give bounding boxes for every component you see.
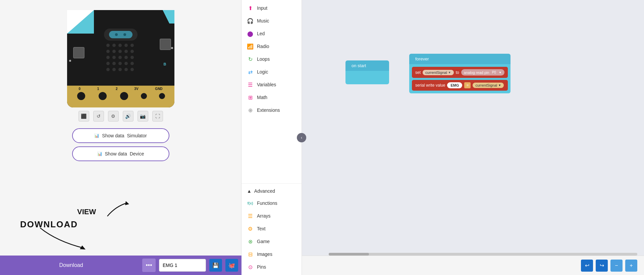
microbit-button-b[interactable]: B	[160, 39, 171, 50]
fullscreen-button[interactable]: ⛶	[152, 111, 163, 122]
emg-name-pill[interactable]: EMG	[447, 82, 462, 88]
advanced-header[interactable]: ▲ Advanced	[241, 185, 302, 197]
block-on-start[interactable]: on start	[345, 60, 389, 84]
github-button[interactable]: 🐙	[225, 259, 238, 272]
reload-button[interactable]: ↺	[93, 111, 104, 122]
pin-hole-3v	[141, 93, 147, 99]
project-name-input[interactable]	[159, 259, 206, 272]
show-data-simulator-button[interactable]: 📊 Show data Simulator	[72, 128, 169, 143]
microbit-button-a[interactable]: A	[73, 47, 85, 58]
pin-label-1: 1	[97, 87, 99, 91]
menu-label-images: Images	[257, 251, 272, 257]
to-label: to	[456, 70, 459, 75]
camera-button[interactable]: 📷	[138, 111, 148, 122]
pin-labels: 0 1 2 3V GND	[67, 86, 174, 91]
menu-label-math: Math	[257, 95, 267, 100]
microbit-device: A B 0 1 2 3V GND	[67, 10, 174, 107]
microbit-notches	[158, 10, 174, 24]
menu-label-led: Led	[257, 31, 265, 36]
menu-label-loops: Loops	[257, 56, 270, 62]
current-signal-value[interactable]: currentSignal ▼	[473, 83, 504, 88]
analog-read-pill[interactable]: analog read pin P0 ▼	[461, 69, 504, 76]
music-icon: 🎧	[247, 17, 254, 24]
undo-button[interactable]: ↩	[581, 260, 593, 272]
menu-item-led[interactable]: ⬤ Led	[241, 27, 302, 40]
menu-item-variables[interactable]: ☰ Variables	[241, 78, 302, 91]
functions-icon: f(x)	[247, 200, 254, 207]
toolbox-menu-list: ⬆ Input 🎧 Music ⬤ Led 📶 Radio ↻ Loops ⇄	[241, 0, 302, 183]
microbit-right-led	[171, 47, 173, 49]
microbit-triangle	[67, 10, 94, 34]
current-signal-name: currentSignal	[475, 83, 497, 87]
display-dot-2	[123, 33, 126, 36]
zoom-in-button[interactable]: +	[625, 260, 637, 272]
volume-button[interactable]: 🔊	[123, 111, 133, 122]
math-icon: ⊞	[247, 94, 254, 101]
block-set-variable[interactable]: set currentSignal ▼ to analog read pin P…	[412, 67, 508, 78]
menu-item-game[interactable]: ⊗ Game	[241, 235, 302, 248]
show-data-device-mode: Device	[130, 151, 144, 156]
redo-button[interactable]: ↪	[596, 260, 608, 272]
menu-label-music: Music	[257, 18, 269, 24]
show-data-simulator-mode: Simulator	[127, 133, 147, 138]
save-button[interactable]: 💾	[209, 259, 222, 272]
collapse-toolbox-button[interactable]: ‹	[297, 133, 306, 142]
editor-scrollbar[interactable]	[329, 253, 637, 256]
arrays-icon: ☰	[247, 213, 254, 219]
menu-item-extensions[interactable]: ⊕ Extensions	[241, 104, 302, 117]
menu-item-input[interactable]: ⬆ Input	[241, 2, 302, 14]
block-editor-panel: on start forever set currentSignal ▼ to	[302, 0, 644, 275]
pin-hole-0	[76, 91, 86, 101]
serial-prefix: serial write value	[415, 83, 445, 88]
menu-item-music[interactable]: 🎧 Music	[241, 14, 302, 27]
toolbox-panel: ‹ ⬆ Input 🎧 Music ⬤ Led 📶 Radio ↻ Loops	[241, 0, 302, 275]
menu-item-images[interactable]: ⊟ Images	[241, 248, 302, 261]
menu-item-loops[interactable]: ↻ Loops	[241, 53, 302, 65]
text-icon: ⚙	[247, 225, 254, 232]
menu-item-radio[interactable]: 📶 Radio	[241, 40, 302, 53]
block-forever[interactable]: forever set currentSignal ▼ to analog re…	[409, 54, 511, 93]
menu-label-arrays: Arrays	[257, 213, 270, 219]
show-data-device-button[interactable]: 📊 Show data Device	[72, 146, 169, 161]
pin-hole-2	[119, 91, 129, 101]
left-panel: A B 0 1 2 3V GND	[0, 0, 241, 275]
zoom-out-button[interactable]: −	[610, 260, 623, 272]
menu-item-arrays[interactable]: ☰ Arrays	[241, 210, 302, 222]
download-button[interactable]: Download	[3, 259, 139, 272]
current-signal-variable[interactable]: currentSignal ▼	[423, 70, 454, 75]
game-icon: ⊗	[247, 238, 254, 245]
microbit-dot-grid	[106, 44, 135, 73]
forever-header: forever	[409, 54, 511, 64]
on-start-header: on start	[345, 60, 389, 71]
show-data-area: 📊 Show data Simulator 📊 Show data Device	[65, 125, 176, 165]
analog-read-label: analog read pin	[464, 71, 489, 75]
radio-icon: 📶	[247, 43, 254, 50]
menu-label-input: Input	[257, 5, 267, 11]
menu-item-logic[interactable]: ⇄ Logic	[241, 65, 302, 78]
controls-bar: ⬛ ↺ ⚙ 🔊 📷 ⛶	[75, 107, 166, 125]
loops-icon: ↻	[247, 56, 254, 62]
menu-item-math[interactable]: ⊞ Math	[241, 91, 302, 104]
menu-label-radio: Radio	[257, 44, 269, 49]
blocks-area: on start forever set currentSignal ▼ to	[329, 13, 644, 255]
variable-dropdown-icon: ▼	[448, 71, 451, 74]
images-icon: ⊟	[247, 251, 254, 258]
show-data-simulator-label: Show data	[102, 133, 124, 138]
main-container: A B 0 1 2 3V GND	[0, 0, 644, 275]
annotation-download: DOWNLOAD	[20, 219, 78, 230]
simulator-area: A B 0 1 2 3V GND	[0, 0, 241, 275]
more-options-button[interactable]: •••	[142, 259, 156, 272]
menu-item-text[interactable]: ⚙ Text	[241, 222, 302, 235]
stop-button[interactable]: ⬛	[78, 111, 89, 122]
show-data-device-icon: 📊	[97, 151, 102, 156]
menu-item-functions[interactable]: f(x) Functions	[241, 197, 302, 210]
block-serial-write[interactable]: serial write value EMG = currentSignal ▼	[412, 80, 508, 91]
menu-label-variables: Variables	[257, 82, 276, 87]
editor-scrollbar-thumb	[329, 253, 369, 256]
show-data-device-label: Show data	[105, 151, 127, 156]
menu-label-game: Game	[257, 239, 270, 244]
display-dot-1	[115, 33, 118, 36]
settings-button[interactable]: ⚙	[108, 111, 119, 122]
variables-icon: ☰	[247, 81, 254, 88]
menu-item-pins[interactable]: ⊙ Pins	[241, 261, 302, 273]
